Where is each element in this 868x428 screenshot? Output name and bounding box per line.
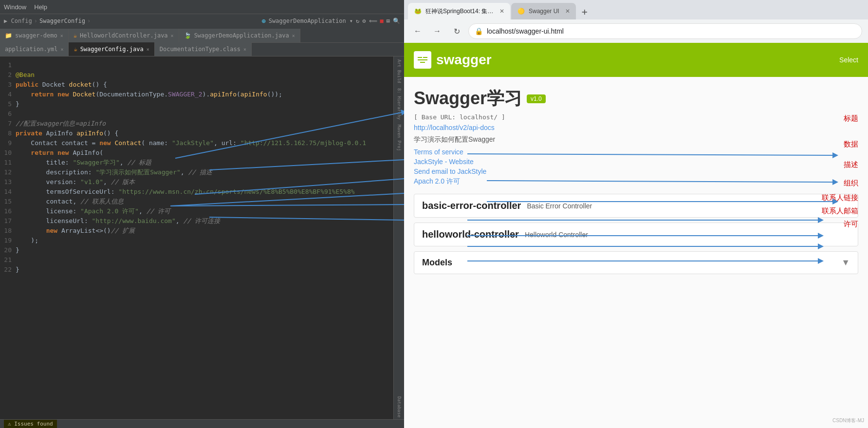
- models-label: Models: [422, 258, 452, 268]
- breadcrumb-toolbar: ⊕ SwaggerDemoApplication ▾ ↻ ⚙ ⟸ ■ ⊞ 🔍: [261, 17, 400, 25]
- svg-rect-9: [420, 62, 425, 63]
- ide-right-bar: Art Build 8: Hierarchy Maven Proj Databa…: [393, 56, 404, 419]
- tab-documentation-type[interactable]: DocumentationType.class ×: [155, 42, 252, 56]
- swagger-logo: swagger: [414, 51, 492, 69]
- ide-editor-wrapper: 12345 678910 1112131415 1617181920 2122 …: [0, 56, 404, 419]
- svg-rect-6: [418, 57, 422, 58]
- tab1-favicon: 🐸: [414, 7, 422, 15]
- forward-button[interactable]: →: [429, 23, 445, 39]
- api-docs-link[interactable]: http://localhost/v2/api-docs: [414, 124, 858, 131]
- controller-desc-1: Basic Error Controller: [527, 202, 592, 210]
- svg-rect-7: [423, 57, 427, 58]
- contact-website-row: JackStyle - Website: [414, 158, 858, 166]
- tab2-favicon: 🟡: [517, 7, 525, 15]
- maven-panel[interactable]: Maven Proj: [396, 123, 403, 153]
- tab1-close[interactable]: ✕: [499, 8, 504, 15]
- database-panel[interactable]: Database: [396, 394, 403, 419]
- helloworld-controller-header[interactable]: helloworld-controller Helloworld Control…: [414, 223, 858, 246]
- line-numbers: 12345 678910 1112131415 1617181920 2122: [0, 60, 16, 415]
- url-text: localhost/swagger-ui.html: [487, 27, 564, 35]
- tab-swagger-config-java[interactable]: ☕ SwaggerConfig.java ×: [69, 42, 154, 56]
- code-content[interactable]: @Bean public Docket docket() { return ne…: [16, 60, 393, 415]
- swagger-select[interactable]: Select: [839, 56, 858, 64]
- tab1-title: 狂神说SpringBoot14: 集成Swa...: [425, 7, 494, 16]
- svg-rect-8: [418, 59, 427, 60]
- swagger-title: swagger: [436, 52, 492, 68]
- ide-panel: Window Help ▶ Config › SwaggerConfig › ⊕…: [0, 0, 404, 428]
- close-tab-2[interactable]: ×: [171, 33, 174, 38]
- api-description: 学习演示如何配置Swagger: [414, 135, 858, 144]
- run-dropdown[interactable]: SwaggerDemoApplication ▾: [269, 18, 353, 24]
- ide-status-bar: ⚠ Issues found: [0, 419, 404, 428]
- tab-helloworld-controller[interactable]: ☕ HelloworldController.java ×: [69, 29, 179, 42]
- close-tab-1[interactable]: ×: [60, 33, 63, 38]
- controller-desc-2: Helloworld Controller: [525, 231, 588, 239]
- close-tab-3[interactable]: ×: [292, 33, 295, 38]
- csdn-watermark: CSDN博客-MJ: [832, 417, 864, 424]
- browser-tab-1[interactable]: 🐸 狂神说SpringBoot14: 集成Swa... ✕: [408, 3, 510, 19]
- swagger-body[interactable]: Swagger学习 v1.0 [ Base URL: localhost/ ] …: [404, 77, 868, 428]
- menu-help[interactable]: Help: [34, 3, 47, 11]
- ide-tabs-row2: application.yml × ☕ SwaggerConfig.java ×…: [0, 43, 404, 56]
- lock-icon: 🔒: [475, 27, 483, 35]
- tab-swagger-demo-app[interactable]: 🍃 SwaggerDemoApplication.java ×: [179, 29, 300, 42]
- controller-name-2: helloworld-controller: [422, 229, 519, 240]
- stop-icon[interactable]: ■: [380, 18, 384, 24]
- swagger-header: swagger Select: [404, 43, 868, 77]
- basic-error-controller[interactable]: basic-error-controller Basic Error Contr…: [414, 194, 858, 218]
- controller-name-1: basic-error-controller: [422, 200, 521, 211]
- close-doc-tab[interactable]: ×: [243, 47, 246, 52]
- navigate-icon[interactable]: ⊕: [261, 17, 265, 25]
- tab2-title: Swagger UI: [529, 8, 559, 15]
- terms-row: Terms of service: [414, 148, 858, 156]
- status-text: ⚠ Issues found: [4, 420, 57, 428]
- browser-tabs-bar: 🐸 狂神说SpringBoot14: 集成Swa... ✕ 🟡 Swagger …: [404, 0, 868, 19]
- tab-swagger-demo[interactable]: 📁 swagger-demo ×: [0, 29, 69, 42]
- base-url: [ Base URL: localhost/ ]: [414, 113, 858, 121]
- contact-email-row: Send email to JackStyle: [414, 167, 858, 175]
- coverage-icon[interactable]: ⊞: [387, 18, 390, 24]
- swagger-content: swagger Select Swagger学习 v1.0 [ Base URL…: [404, 43, 868, 428]
- browser-panel: 🐸 狂神说SpringBoot14: 集成Swa... ✕ 🟡 Swagger …: [404, 0, 868, 428]
- art-build-panel[interactable]: Art Build: [396, 57, 403, 85]
- license-link[interactable]: Apach 2.0 许可: [414, 177, 460, 186]
- terms-link[interactable]: Terms of service: [414, 148, 463, 156]
- api-title: Swagger学习 v1.0: [414, 87, 858, 111]
- ide-tabs-row1: 📁 swagger-demo × ☕ HelloworldController.…: [0, 27, 404, 43]
- search-icon[interactable]: 🔍: [393, 18, 400, 24]
- api-info-section: Swagger学习 v1.0 [ Base URL: localhost/ ] …: [414, 87, 858, 186]
- tab-application-yml[interactable]: application.yml ×: [0, 42, 69, 56]
- close-swagger-config-tab[interactable]: ×: [147, 47, 149, 52]
- address-bar[interactable]: 🔒 localhost/swagger-ui.html: [468, 23, 862, 39]
- contact-email-link[interactable]: Send email to JackStyle: [414, 167, 486, 175]
- version-badge: v1.0: [527, 94, 546, 103]
- menu-window[interactable]: Window: [4, 3, 26, 11]
- refresh-button[interactable]: ↻: [449, 23, 464, 39]
- basic-error-controller-header[interactable]: basic-error-controller Basic Error Contr…: [414, 194, 858, 217]
- build-icon[interactable]: ⚙: [362, 18, 366, 24]
- ide-menubar: Window Help: [0, 0, 404, 14]
- contact-website-link[interactable]: JackStyle - Website: [414, 158, 474, 166]
- helloworld-controller[interactable]: helloworld-controller Helloworld Control…: [414, 223, 858, 246]
- close-yml-tab[interactable]: ×: [60, 47, 63, 52]
- new-tab-button[interactable]: +: [577, 4, 592, 19]
- browser-tab-2[interactable]: 🟡 Swagger UI ✕: [511, 3, 576, 19]
- ide-editor[interactable]: 12345 678910 1112131415 1617181920 2122 …: [0, 56, 393, 419]
- breadcrumb-config[interactable]: ▶ Config: [4, 18, 32, 24]
- models-toggle[interactable]: ▼: [841, 258, 850, 268]
- browser-chrome: 🐸 狂神说SpringBoot14: 集成Swa... ✕ 🟡 Swagger …: [404, 0, 868, 43]
- hierarchy-panel[interactable]: 8: Hierarchy: [396, 86, 403, 122]
- reload-icon[interactable]: ↻: [356, 18, 359, 24]
- ide-breadcrumb: ▶ Config › SwaggerConfig › ⊕ SwaggerDemo…: [0, 14, 404, 27]
- back-button[interactable]: ←: [410, 23, 425, 39]
- models-section[interactable]: Models ▼: [414, 251, 858, 274]
- folder-icon: 📁: [5, 32, 12, 39]
- models-header[interactable]: Models ▼: [414, 252, 858, 274]
- breadcrumb-swagger-config[interactable]: SwaggerConfig: [39, 18, 85, 24]
- tab2-close[interactable]: ✕: [565, 8, 570, 15]
- revert-icon[interactable]: ⟸: [369, 18, 377, 24]
- java-icon2: ☕: [74, 46, 77, 53]
- spring-icon: 🍃: [184, 32, 191, 39]
- browser-nav: ← → ↻ 🔒 localhost/swagger-ui.html: [404, 19, 868, 43]
- java-icon: ☕: [74, 32, 77, 39]
